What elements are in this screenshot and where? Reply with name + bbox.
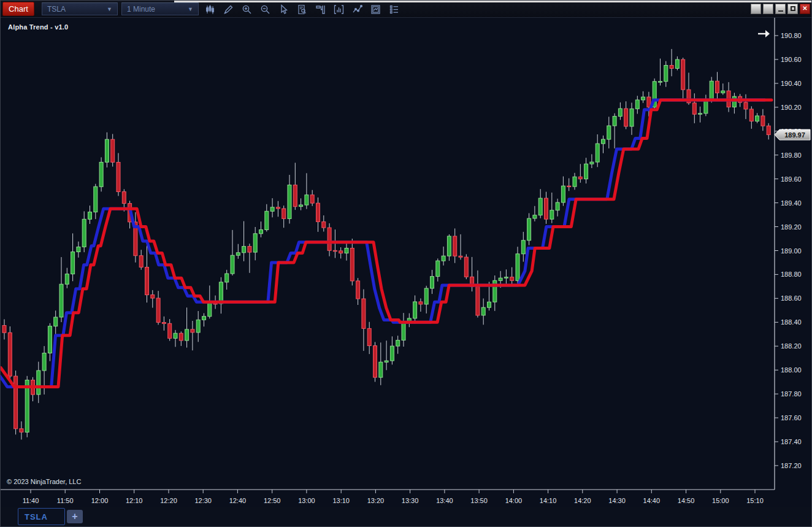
indicators-icon[interactable] xyxy=(333,4,345,15)
svg-text:13:20: 13:20 xyxy=(367,497,385,504)
svg-text:188.40: 188.40 xyxy=(781,318,802,326)
svg-text:15:00: 15:00 xyxy=(712,497,729,504)
svg-text:188.60: 188.60 xyxy=(781,294,802,302)
close-button[interactable]: ✕ xyxy=(800,4,810,14)
instrument-dropdown[interactable]: TSLA ▼ xyxy=(42,2,118,15)
svg-text:14:00: 14:00 xyxy=(505,497,523,504)
instrument-link-button[interactable] xyxy=(751,4,761,14)
interval-link-button[interactable] xyxy=(763,4,773,14)
add-tab-button[interactable]: + xyxy=(67,510,83,523)
pencil-icon[interactable] xyxy=(223,4,234,15)
zoom-out-icon[interactable] xyxy=(259,4,271,15)
chevron-down-icon: ▼ xyxy=(188,6,193,12)
svg-text:14:20: 14:20 xyxy=(574,497,591,504)
chart-style-icon[interactable] xyxy=(204,4,216,15)
window-controls: ✕ xyxy=(751,4,810,14)
indicator-label: Alpha Trend - v1.0 xyxy=(8,23,68,31)
chart-tab-button[interactable]: Chart xyxy=(2,2,34,16)
toolbar-icon-group xyxy=(204,2,400,16)
svg-text:12:10: 12:10 xyxy=(126,497,143,504)
maximize-button[interactable] xyxy=(787,4,798,14)
svg-text:12:20: 12:20 xyxy=(160,497,177,504)
svg-text:190.40: 190.40 xyxy=(781,80,802,87)
svg-text:13:40: 13:40 xyxy=(436,497,453,504)
svg-text:189.60: 189.60 xyxy=(781,175,802,183)
svg-text:14:10: 14:10 xyxy=(540,497,557,504)
svg-text:12:00: 12:00 xyxy=(91,497,109,504)
svg-text:190.20: 190.20 xyxy=(781,104,802,111)
svg-text:11:40: 11:40 xyxy=(23,497,39,504)
svg-text:187.40: 187.40 xyxy=(781,438,802,445)
go-to-latest-arrow-icon[interactable] xyxy=(757,28,772,40)
chart-trader-icon[interactable] xyxy=(315,4,326,15)
svg-text:14:40: 14:40 xyxy=(643,497,661,504)
instrument-dropdown-value: TSLA xyxy=(47,5,66,13)
svg-text:189.80: 189.80 xyxy=(781,152,802,159)
svg-text:187.80: 187.80 xyxy=(781,390,802,398)
cursor-icon[interactable] xyxy=(278,4,289,15)
trendline-icon[interactable] xyxy=(351,4,363,15)
minimize-button[interactable] xyxy=(775,4,786,14)
interval-dropdown-value: 1 Minute xyxy=(127,5,155,13)
interval-dropdown[interactable]: 1 Minute ▼ xyxy=(121,2,199,15)
svg-text:13:50: 13:50 xyxy=(470,497,488,504)
svg-text:190.60: 190.60 xyxy=(781,56,802,63)
svg-text:15:10: 15:10 xyxy=(746,497,764,504)
svg-text:14:30: 14:30 xyxy=(608,497,626,504)
svg-text:11:50: 11:50 xyxy=(57,497,74,504)
svg-text:14:50: 14:50 xyxy=(678,497,695,504)
svg-text:13:30: 13:30 xyxy=(402,497,419,504)
svg-text:12:40: 12:40 xyxy=(229,497,247,504)
svg-text:13:00: 13:00 xyxy=(298,497,315,504)
last-price-marker: 189.97 xyxy=(775,129,810,140)
chart-area[interactable]: 190.80190.60190.40190.20190.00189.80189.… xyxy=(1,18,812,527)
properties-icon[interactable] xyxy=(388,4,400,15)
toolbar: Chart TSLA ▼ 1 Minute ▼ xyxy=(1,1,812,18)
tab-tsla[interactable]: TSLA xyxy=(18,508,65,525)
svg-text:188.00: 188.00 xyxy=(781,366,802,374)
svg-text:188.20: 188.20 xyxy=(781,342,802,350)
svg-text:188.80: 188.80 xyxy=(781,271,802,278)
svg-text:190.80: 190.80 xyxy=(781,32,802,39)
svg-text:189.40: 189.40 xyxy=(781,199,802,207)
tab-strip: TSLA + xyxy=(1,507,812,526)
svg-text:187.20: 187.20 xyxy=(781,462,802,469)
chevron-down-icon: ▼ xyxy=(107,6,112,12)
data-box-icon[interactable] xyxy=(296,4,308,15)
zoom-in-icon[interactable] xyxy=(241,4,253,15)
svg-text:12:50: 12:50 xyxy=(264,497,281,504)
svg-text:13:10: 13:10 xyxy=(332,497,350,504)
snapshot-icon[interactable] xyxy=(370,4,381,15)
svg-text:189.20: 189.20 xyxy=(781,223,802,231)
svg-text:189.00: 189.00 xyxy=(781,247,802,255)
svg-text:187.60: 187.60 xyxy=(781,414,802,421)
chart-canvas: 190.80190.60190.40190.20190.00189.80189.… xyxy=(1,18,812,527)
svg-text:189.97: 189.97 xyxy=(784,131,805,139)
svg-text:12:30: 12:30 xyxy=(194,497,212,504)
ninjatrader-chart-window: Chart TSLA ▼ 1 Minute ▼ xyxy=(0,0,812,527)
copyright-text: © 2023 NinjaTrader, LLC xyxy=(7,478,81,485)
